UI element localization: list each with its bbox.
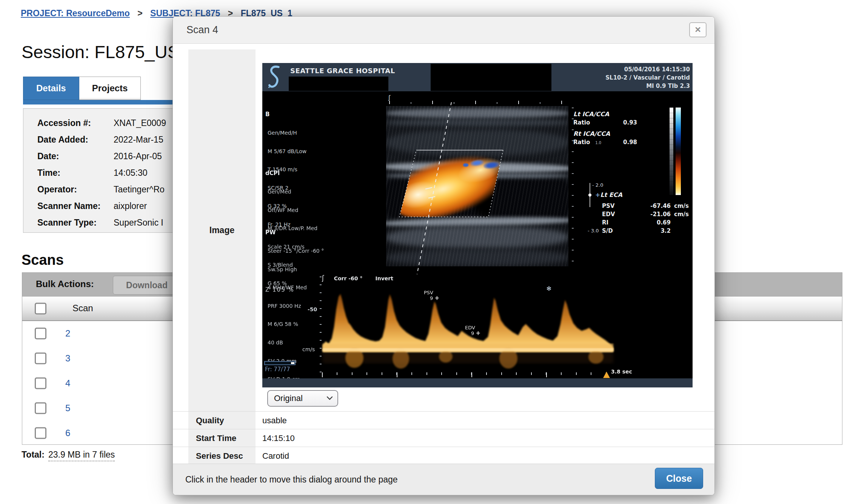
time-axis-minor-ticks: [337, 372, 610, 375]
angle-correction-readout: ʃCorr -60 °Invert: [322, 274, 393, 282]
time-label: 3.8 sec: [611, 369, 632, 375]
scan-link[interactable]: 5: [65, 403, 70, 413]
time-cursor-icon: [603, 372, 610, 378]
detail-value: aixplorer: [114, 201, 147, 211]
detail-label: Date:: [37, 151, 114, 161]
field-label: Series Desc: [188, 447, 256, 465]
breadcrumb-project-link[interactable]: PROJECT: ResourceDemo: [21, 8, 130, 18]
chevron-down-icon: [326, 396, 333, 400]
ratio-measurements: Lt ICA/CCA Ratio0.93 Rt ICA/CCA Ratio1.0…: [573, 111, 610, 147]
scan-checkbox[interactable]: [35, 427, 46, 439]
total-label: Total:: [22, 450, 45, 459]
exam-datetime: 05/04/2016 14:15:30: [605, 65, 690, 74]
lt-ratio-value: 0.93: [623, 119, 637, 126]
tab-strip: Details Projects: [23, 77, 141, 102]
field-value: 14:15:10: [262, 429, 295, 447]
scans-heading: Scans: [22, 252, 64, 268]
detail-value: 14:05:30: [114, 168, 148, 178]
scan-link[interactable]: 2: [65, 328, 70, 339]
eca-measurement-title: +Lt ECA: [595, 191, 622, 198]
eca-measurement-rows: PSV-67.46cm/s EDV-21.06cm/s RI0.69 S/D3.…: [602, 203, 689, 236]
field-value: usable: [262, 412, 287, 429]
detail-value: 2022-Mar-15: [114, 135, 163, 144]
rt-ratio-subscript: 1.0: [595, 141, 601, 145]
patient-info-redaction: [431, 64, 551, 91]
cursor-cross-icon: +: [434, 295, 439, 301]
breadcrumb-separator: >: [137, 8, 142, 18]
dialog-header[interactable]: Scan 4 ✕: [173, 17, 714, 44]
scan-checkbox[interactable]: [35, 403, 46, 414]
quality-row: Quality usable: [173, 411, 714, 429]
scan-column-header: Scan: [72, 303, 93, 313]
orientation-marker-icon: ʃ: [322, 274, 324, 282]
detail-label: Operator:: [37, 184, 114, 195]
scan-link[interactable]: 3: [65, 353, 70, 364]
scan-link[interactable]: 6: [65, 428, 70, 438]
velocity-axis-unit: cm/s: [302, 346, 315, 352]
rt-ratio-label: Ratio: [573, 139, 590, 146]
gauge-depth-top: - 2.0: [592, 182, 604, 188]
ultrasound-image: SEATTLE GRACE HOSPITAL 05/04/2016 14:15:…: [262, 63, 693, 387]
gauge-depth-bottom: - 3.0: [588, 228, 599, 234]
detail-label: Time:: [37, 168, 114, 178]
scanner-logo-icon: [265, 65, 283, 89]
scan-checkbox[interactable]: [35, 353, 46, 364]
lt-ratio-label: Ratio: [573, 119, 590, 126]
detail-value: SuperSonic I: [114, 218, 163, 227]
cine-progress-bar[interactable]: [264, 361, 296, 365]
scan-checkbox[interactable]: [35, 378, 46, 389]
orientation-marker-icon: ʃ: [388, 94, 390, 101]
close-icon[interactable]: ✕: [689, 22, 707, 37]
acoustic-indices: MI 0.9 TIb 2.3: [605, 82, 690, 90]
lateral-scale-minor-ticks: [411, 102, 569, 104]
freeze-icon: ❄: [546, 285, 551, 292]
field-value: Carotid: [262, 447, 289, 465]
zoom-readout: Z 105 %: [265, 286, 294, 293]
image-version-select[interactable]: Original: [267, 390, 338, 407]
scan-dialog: Scan 4 ✕ Image: [172, 16, 715, 495]
grayscale-map-bar: [670, 108, 673, 195]
detail-label: Scanner Name:: [37, 201, 114, 211]
dialog-footer: Click in the header to move this dialog …: [173, 464, 714, 495]
detail-label: Accession #:: [37, 118, 114, 128]
download-button[interactable]: Download: [113, 276, 181, 295]
dialog-title: Scan 4: [186, 24, 218, 36]
tab-projects[interactable]: Projects: [79, 77, 141, 100]
ultrasound-header-bar: SEATTLE GRACE HOSPITAL 05/04/2016 14:15:…: [262, 63, 693, 91]
detail-label: Scanner Type:: [37, 218, 114, 228]
lt-ratio-name: Lt ICA/CCA: [573, 111, 610, 118]
frame-counter: Fr: 77/77: [265, 366, 290, 373]
cursor-cross-icon: +: [476, 330, 480, 337]
image-row-label: Image: [188, 49, 256, 411]
close-button[interactable]: Close: [655, 468, 703, 489]
dialog-move-hint: Click in the header to move this dialog …: [185, 475, 398, 485]
bulk-actions-label: Bulk Actions:: [36, 279, 94, 289]
rt-ratio-name: Rt ICA/CCA: [573, 130, 610, 137]
velocity-axis-ticks: [320, 277, 322, 378]
field-label: Quality: [188, 412, 256, 429]
start-time-row: Start Time 14:15:10: [173, 429, 714, 447]
edv-cursor-marker: EDV 9 +: [465, 325, 480, 336]
total-value[interactable]: 23.9 MB in 7 files: [48, 450, 115, 461]
ultrasound-footer-bar: [262, 378, 693, 387]
tab-details[interactable]: Details: [23, 77, 79, 100]
color-map-bar: [676, 108, 681, 195]
scan-checkbox[interactable]: [35, 328, 46, 340]
patient-info-redaction: [289, 77, 388, 91]
psv-cursor-marker: PSV 9 +: [424, 290, 439, 301]
detail-value: 2016-Apr-05: [114, 151, 162, 161]
exam-info-block: 05/04/2016 14:15:30 SL10-2 / Vascular / …: [605, 65, 690, 90]
total-files-line: Total:23.9 MB in 7 files: [22, 450, 115, 460]
select-all-checkbox[interactable]: [35, 303, 46, 314]
probe-preset: SL10-2 / Vascular / Carotid: [605, 74, 690, 82]
detail-label: Date Added:: [37, 135, 114, 145]
rt-ratio-value: 0.98: [623, 139, 637, 146]
hospital-name: SEATTLE GRACE HOSPITAL: [290, 67, 395, 75]
series-desc-row: Series Desc Carotid: [173, 447, 714, 465]
field-label: Start Time: [188, 429, 256, 447]
velocity-axis-label: -50: [308, 306, 317, 312]
cursor-cross-icon: +: [595, 191, 600, 198]
detail-value: Taetinger^Ro: [114, 184, 165, 194]
image-version-value: Original: [274, 393, 303, 403]
scan-link[interactable]: 4: [65, 378, 70, 389]
